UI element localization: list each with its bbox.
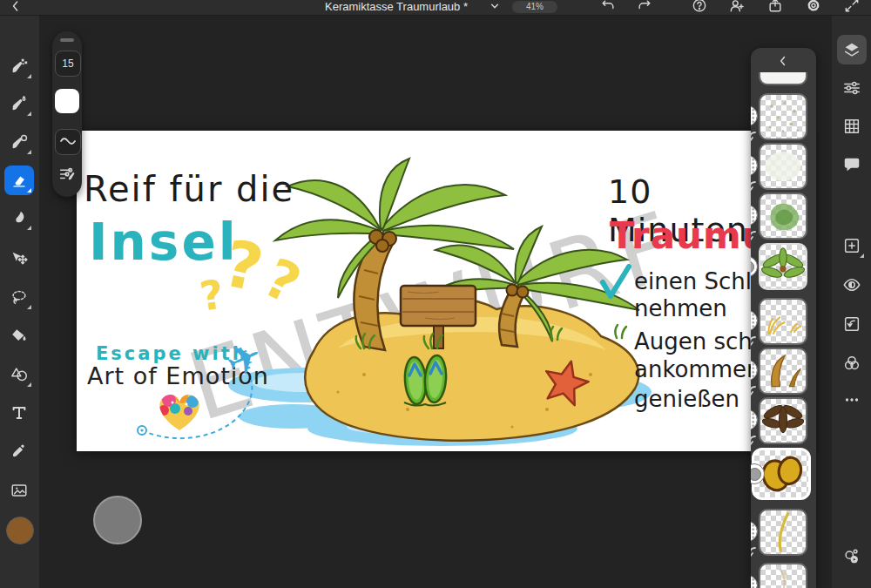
layer-row: [751, 193, 816, 240]
layer-thumbnail[interactable]: [759, 509, 807, 556]
layer-row: [751, 298, 816, 345]
place-image-tool[interactable]: [4, 476, 34, 505]
tool-flyout-triangle: [27, 188, 31, 193]
comment-button[interactable]: [837, 150, 867, 179]
layer-mask-badge[interactable]: [751, 409, 758, 430]
layer-thumbnail[interactable]: [759, 348, 807, 395]
layer-thumbnail[interactable]: [759, 243, 807, 290]
layer-thumbnail[interactable]: [759, 143, 807, 190]
layer-thumbnail[interactable]: [759, 298, 807, 345]
smudge-tool[interactable]: [4, 203, 34, 233]
zoom-level-badge[interactable]: 41%: [512, 1, 557, 13]
tool-flyout-triangle: [27, 226, 31, 230]
tool-flyout-triangle: [27, 150, 31, 154]
tool-flyout-triangle: [27, 305, 31, 309]
shapes-tool[interactable]: [4, 360, 34, 389]
layer-row-selected: [751, 448, 816, 502]
invite-person-icon[interactable]: [728, 0, 746, 15]
brush-settings-icon[interactable]: [57, 164, 77, 183]
layer-row: [751, 563, 816, 588]
layer-row: [751, 243, 816, 291]
move-transform-tool[interactable]: [4, 245, 34, 274]
text-tool[interactable]: [4, 398, 34, 428]
layer-row: [751, 93, 816, 140]
layer-mask-badge[interactable]: [751, 575, 758, 588]
layer-row: [751, 397, 816, 444]
lasso-select-tool[interactable]: [4, 282, 34, 312]
grid-guides-button[interactable]: [837, 112, 867, 141]
layer-selected-badge[interactable]: [751, 256, 758, 277]
fresco-app-window: Keramiktasse Traumurlaub * 41%: [0, 0, 871, 588]
smoothing-curve-icon[interactable]: [55, 129, 81, 155]
checklist-line: genießen: [634, 386, 739, 412]
checkmark-icon: [598, 261, 632, 301]
color-white-swatch[interactable]: [55, 89, 79, 113]
tool-flyout-triangle: [27, 382, 31, 387]
layers-panel: [751, 48, 816, 588]
motion-timelapse-button[interactable]: [837, 542, 867, 571]
layer-mask-badge[interactable]: [751, 360, 758, 381]
layer-thumbnail[interactable]: [759, 93, 807, 140]
checklist-line: nehmen: [634, 295, 727, 321]
layer-row: [751, 509, 816, 556]
eyedropper-tool[interactable]: [4, 436, 34, 466]
touch-shortcut-button[interactable]: [93, 496, 142, 544]
layer-mask-badge[interactable]: [751, 310, 758, 331]
fill-tool[interactable]: [4, 321, 34, 350]
layers-panel-button[interactable]: [837, 35, 867, 64]
layer-row: [751, 348, 816, 395]
flyout-triangle: [860, 253, 864, 258]
blend-color-button[interactable]: [837, 348, 867, 378]
undo-icon[interactable]: [599, 0, 617, 15]
mixer-brush-tool[interactable]: [4, 127, 34, 157]
collapse-panel-button[interactable]: [751, 48, 816, 74]
layer-visibility-button[interactable]: [837, 270, 867, 300]
tool-flyout-triangle: [27, 74, 31, 78]
drawing-canvas[interactable]: ENTWURF: [77, 131, 801, 451]
fullscreen-icon[interactable]: [843, 0, 861, 15]
help-icon[interactable]: [691, 0, 708, 15]
layer-thumbnail-partial[interactable]: [759, 72, 807, 85]
left-toolbar: [0, 16, 39, 588]
more-options-button[interactable]: [837, 385, 867, 415]
live-brush-tool[interactable]: [4, 89, 34, 118]
adjustments-button[interactable]: [837, 73, 867, 103]
tool-flyout-triangle: [27, 112, 31, 116]
layer-mask-badge[interactable]: [751, 205, 758, 226]
pixel-brush-tool[interactable]: [4, 51, 34, 81]
right-taskbar: [832, 16, 871, 588]
clip-transform-button[interactable]: [837, 309, 867, 339]
panel-drag-handle[interactable]: [60, 38, 74, 42]
layer-mask-badge[interactable]: [751, 155, 758, 176]
headline-reif: Reif für die: [84, 169, 294, 209]
share-export-icon[interactable]: [766, 0, 784, 15]
clip-mask-arrow-icon: [751, 545, 759, 561]
eraser-tool[interactable]: [4, 166, 34, 195]
layer-thumbnail[interactable]: [759, 563, 807, 588]
add-layer-button[interactable]: [837, 231, 867, 260]
back-icon[interactable]: [7, 0, 24, 15]
checklist-line: ankommen: [634, 356, 761, 382]
layer-thumbnail[interactable]: [759, 397, 807, 444]
tool-options-panel: 15: [52, 31, 82, 197]
layer-mask-badge[interactable]: [751, 521, 758, 542]
current-color-swatch[interactable]: [6, 517, 34, 544]
chevron-down-icon[interactable]: [486, 0, 503, 15]
headline-insel: Insel: [89, 213, 239, 272]
layer-row: [751, 143, 816, 190]
top-bar: Keramiktasse Traumurlaub * 41%: [0, 0, 871, 16]
brush-size-value[interactable]: 15: [55, 51, 81, 77]
redo-icon[interactable]: [636, 0, 653, 15]
layer-thumbnail[interactable]: [759, 193, 807, 240]
layer-mask-badge[interactable]: [751, 105, 758, 126]
settings-gear-icon[interactable]: [805, 0, 822, 15]
